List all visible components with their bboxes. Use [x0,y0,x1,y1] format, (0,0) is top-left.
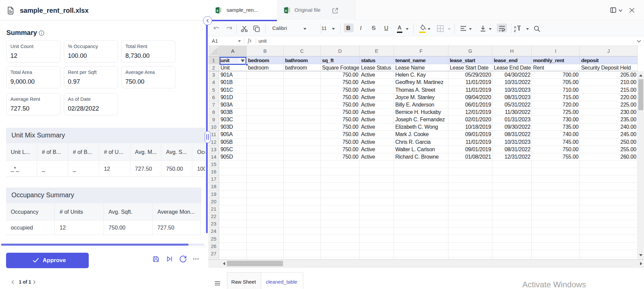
svg-text:x: x [285,8,287,12]
svg-text:Z: Z [514,29,516,33]
svg-text:x: x [216,8,219,12]
svg-text:A: A [514,25,516,29]
